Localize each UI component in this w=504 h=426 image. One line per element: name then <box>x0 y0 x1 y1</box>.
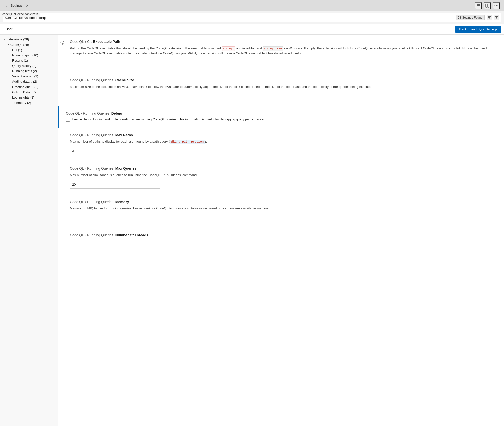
sidebar: ▾ Extensions (28) ▾ CodeQL (28) CLI (1) … <box>0 35 58 426</box>
sidebar-item-extensions[interactable]: ▾ Extensions (28) <box>0 37 58 42</box>
sidebar-item-label: CLI (1) <box>12 48 22 52</box>
sidebar-item-label: Query history (2) <box>12 64 36 68</box>
setting-desc-cache-size: Maximum size of the disk cache (in MB). … <box>70 84 496 89</box>
sidebar-item-label: Telemetry (2) <box>12 101 31 105</box>
svg-point-7 <box>498 5 498 6</box>
sidebar-item-creating-queries[interactable]: Creating que... (2) <box>0 84 58 90</box>
search-bar: @ext:GitHub.vscode-codeql 28 Settings Fo… <box>3 13 501 22</box>
setting-desc-executable-path: Path to the CodeQL executable that shoul… <box>70 46 496 56</box>
sidebar-item-variant-analysis[interactable]: Variant analy... (3) <box>0 74 58 79</box>
setting-title-max-paths: Code QL › Running Queries: Max Paths <box>70 133 496 137</box>
setting-number-of-threads: Code QL › Running Queries: Number Of Thr… <box>58 228 504 245</box>
sidebar-item-query-history[interactable]: Query history (2) <box>0 63 58 68</box>
debug-checkbox-row: Enable debug logging and tuple counting … <box>66 117 496 122</box>
search-icons <box>487 15 499 20</box>
svg-rect-10 <box>489 18 490 19</box>
sidebar-item-label: CodeQL (28) <box>10 43 29 47</box>
svg-rect-2 <box>477 7 480 7</box>
sidebar-item-label: Creating que... (2) <box>12 85 38 89</box>
sidebar-item-log-insights[interactable]: Log insights (1) <box>0 95 58 100</box>
memory-input[interactable] <box>70 214 160 222</box>
filter-sort-button[interactable] <box>487 15 492 20</box>
settings-icon: ⠿ <box>3 3 8 8</box>
max-paths-input[interactable] <box>70 147 160 155</box>
debug-checkbox[interactable] <box>66 118 70 122</box>
sidebar-item-label: Variant analy... (3) <box>12 74 38 78</box>
sidebar-item-label: Results (1) <box>12 59 28 62</box>
max-queries-input[interactable] <box>70 181 160 189</box>
setting-executable-path: Code QL › Cli: Executable Path Path to t… <box>58 35 504 73</box>
chevron-down-icon: ▾ <box>8 43 9 46</box>
setting-title-debug: Code QL › Running Queries: Debug <box>66 111 496 115</box>
open-editors-button[interactable] <box>475 2 482 9</box>
top-toolbar <box>475 2 500 9</box>
setting-cache-size: Code QL › Running Queries: Cache Size Ma… <box>58 73 504 107</box>
split-editor-button[interactable] <box>484 2 491 9</box>
sidebar-item-telemetry[interactable]: Telemetry (2) <box>0 100 58 105</box>
search-results-badge: 28 Settings Found <box>456 15 485 20</box>
sidebar-item-codeql[interactable]: ▾ CodeQL (28) <box>0 42 58 47</box>
code-kind-path-problem: @kind path-problem <box>170 140 205 144</box>
sidebar-item-label: Running qu... (10) <box>12 53 38 57</box>
setting-title-max-queries: Code QL › Running Queries: Max Queries <box>70 166 496 171</box>
sidebar-item-label: Log insights (1) <box>12 96 34 99</box>
window-title: Settings <box>11 4 22 7</box>
chevron-down-icon: ▾ <box>4 38 5 41</box>
tab-bar: User Backup and Sync Settings <box>0 24 504 35</box>
setting-desc-memory: Memory (in MB) to use for running querie… <box>70 206 496 211</box>
sidebar-item-label: Running tests (2) <box>12 69 37 73</box>
sidebar-item-running-queries[interactable]: Running qu... (10) <box>0 53 58 58</box>
setting-debug: Code QL › Running Queries: Debug Enable … <box>58 106 504 128</box>
sidebar-item-results[interactable]: Results (1) <box>0 58 58 63</box>
sidebar-item-cli[interactable]: CLI (1) <box>0 47 58 53</box>
content-area: Code QL › Cli: Executable Path Path to t… <box>58 35 504 426</box>
svg-rect-3 <box>486 4 487 7</box>
svg-rect-0 <box>477 4 480 5</box>
gear-icon[interactable] <box>60 40 65 45</box>
setting-title-cache-size: Code QL › Running Queries: Cache Size <box>70 78 496 82</box>
setting-title-executable-path: Code QL › Cli: Executable Path <box>70 40 496 44</box>
svg-rect-4 <box>488 4 489 7</box>
setting-desc-max-paths: Max number of paths to display for each … <box>70 139 496 144</box>
setting-max-queries: Code QL › Running Queries: Max Queries M… <box>58 161 504 195</box>
more-actions-button[interactable] <box>493 2 500 9</box>
search-input[interactable]: @ext:GitHub.vscode-codeql <box>5 16 454 20</box>
code-codeql: codeql <box>222 46 235 51</box>
code-codeql-exe: codeql.exe <box>263 46 283 51</box>
svg-point-5 <box>495 5 495 6</box>
svg-rect-1 <box>477 5 480 6</box>
debug-checkbox-label: Enable debug logging and tuple counting … <box>72 117 264 121</box>
executable-path-input[interactable] <box>70 59 193 67</box>
sidebar-item-label: Adding data... (2) <box>12 80 37 83</box>
sidebar-item-adding-databases[interactable]: Adding data... (2) <box>0 79 58 84</box>
close-button[interactable]: ✕ <box>25 3 30 8</box>
cache-size-input[interactable] <box>70 92 160 100</box>
setting-memory: Code QL › Running Queries: Memory Memory… <box>58 195 504 228</box>
sidebar-item-running-tests[interactable]: Running tests (2) <box>0 68 58 74</box>
sidebar-item-label: GitHub Data... (2) <box>12 90 38 94</box>
sidebar-item-label: Extensions (28) <box>6 37 29 41</box>
filter-button[interactable] <box>494 15 499 20</box>
main-layout: ▾ Extensions (28) ▾ CodeQL (28) CLI (1) … <box>0 35 504 426</box>
setting-title-number-of-threads: Code QL › Running Queries: Number Of Thr… <box>70 233 496 237</box>
setting-title-memory: Code QL › Running Queries: Memory <box>70 200 496 204</box>
svg-point-6 <box>496 5 497 6</box>
tab-user[interactable]: User <box>3 25 15 33</box>
svg-rect-8 <box>488 16 491 17</box>
sidebar-item-github-data[interactable]: GitHub Data... (2) <box>0 90 58 95</box>
sync-button[interactable]: Backup and Sync Settings <box>455 26 501 33</box>
setting-desc-max-queries: Max number of simultaneous queries to ru… <box>70 173 496 178</box>
setting-max-paths: Code QL › Running Queries: Max Paths Max… <box>58 128 504 161</box>
svg-rect-9 <box>488 17 490 18</box>
